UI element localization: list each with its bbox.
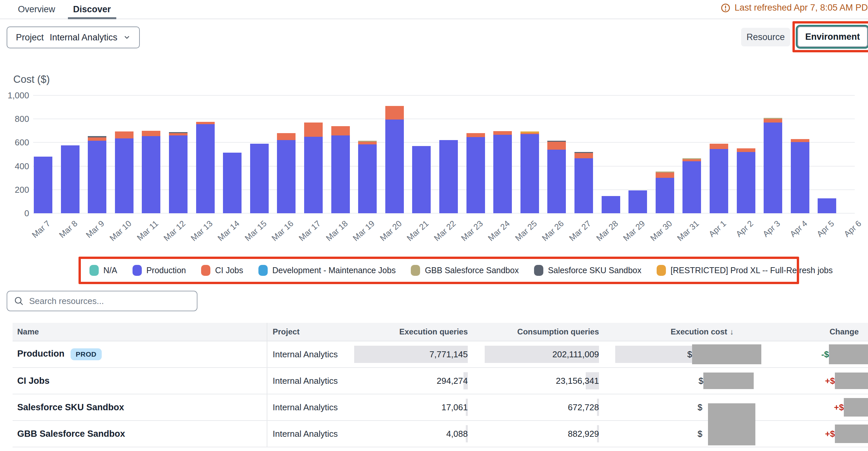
bar-segment	[169, 135, 187, 213]
bar-segment	[737, 152, 755, 213]
bar-segment	[169, 133, 187, 135]
change-prefix: -$	[821, 349, 829, 360]
column-header-change-label: Change	[830, 327, 859, 336]
consumption-queries-value: 882,929	[568, 429, 599, 439]
bar-segment	[88, 141, 106, 213]
bar-segment	[88, 137, 106, 141]
tab-overview[interactable]: Overview	[12, 0, 61, 19]
x-axis-tick-label: Mar 13	[189, 219, 214, 243]
cost-dashboard: Overview Discover Last refreshed Apr 7, …	[0, 0, 868, 451]
column-header-project[interactable]: Project	[267, 323, 353, 341]
legend-item[interactable]: [RESTRICTED] Prod XL -- Full-Refresh job…	[657, 265, 833, 276]
table-row[interactable]: CI JobsInternal Analytics294,27423,156,3…	[12, 368, 868, 394]
cell-consumption-queries: 23,156,341	[468, 368, 599, 394]
legend-item-label: CI Jobs	[215, 265, 243, 275]
bar-segment	[385, 120, 404, 213]
execution-queries-value: 17,061	[441, 402, 468, 413]
column-header-execution-queries[interactable]: Execution queries	[353, 323, 468, 341]
x-axis-tick-label: Mar 26	[540, 219, 565, 243]
legend-item[interactable]: Production	[132, 265, 186, 276]
bar-segment	[466, 133, 485, 137]
column-header-change[interactable]: Change	[762, 323, 868, 341]
legend-item[interactable]: Development - Maintenance Jobs	[258, 265, 396, 276]
bar-segment	[277, 133, 296, 140]
bar-segment	[61, 146, 80, 213]
bar-segment	[764, 123, 782, 213]
x-axis-tick-label: Mar 23	[459, 219, 485, 243]
chart-legend: N/AProductionCI JobsDevelopment - Mainte…	[81, 259, 797, 282]
legend-item[interactable]: N/A	[89, 265, 117, 276]
legend-swatch	[201, 265, 210, 276]
x-axis-tick-label: Apr 2	[734, 219, 755, 239]
resource-button-label: Resource	[746, 32, 785, 42]
x-axis-tick-label: Mar 19	[351, 219, 376, 243]
legend-item[interactable]: GBB Salesforce Sandbox	[411, 265, 519, 276]
bar-segment	[358, 142, 377, 144]
column-header-name-label: Name	[17, 327, 39, 336]
x-axis-tick-label: Mar 14	[216, 219, 241, 243]
group-by-resource-button[interactable]: Resource	[741, 28, 790, 46]
cost-currency-symbol: $	[698, 429, 702, 439]
legend-item[interactable]: CI Jobs	[201, 265, 243, 276]
legend-item-label: GBB Salesforce Sandbox	[425, 265, 519, 275]
x-axis-tick-label: Apr 3	[761, 219, 782, 239]
bar-segment	[169, 132, 187, 133]
cell-consumption-queries: 672,728	[468, 394, 599, 420]
table-row[interactable]: ProductionPRODInternal Analytics7,771,14…	[12, 342, 868, 368]
tab-overview-label: Overview	[18, 4, 55, 14]
cell-change: +$	[762, 368, 868, 394]
bar-segment	[466, 137, 485, 213]
resource-name: CI Jobs	[17, 376, 50, 386]
group-by-environment-button[interactable]: Environment	[798, 27, 868, 47]
search-input[interactable]	[29, 296, 190, 306]
bar-segment	[628, 190, 647, 213]
bar-segment	[358, 141, 377, 142]
last-refreshed-status: Last refreshed Apr 7, 8:05 AM PDT	[720, 3, 868, 13]
bar-segment	[115, 138, 133, 213]
column-header-execution-cost[interactable]: Execution cost ↓	[599, 323, 762, 341]
project-filter-label: Project	[16, 32, 44, 43]
tab-discover[interactable]: Discover	[68, 0, 116, 19]
x-axis-tick-label: Mar 10	[108, 219, 133, 243]
x-axis-tick-label: Apr 5	[815, 219, 836, 239]
x-axis-tick-label: Mar 17	[297, 219, 322, 243]
cell-execution-queries: 17,061	[353, 394, 468, 420]
x-axis-tick-label: Mar 28	[594, 219, 620, 243]
legend-swatch	[534, 265, 543, 276]
bar-segment	[142, 136, 160, 213]
project-filter-dropdown[interactable]: Project Internal Analytics	[7, 27, 140, 49]
project-filter-value: Internal Analytics	[50, 32, 117, 43]
resource-search-box[interactable]	[7, 291, 197, 311]
last-refreshed-text: Last refreshed Apr 7, 8:05 AM PDT	[735, 3, 868, 13]
bar-segment	[656, 178, 674, 213]
bar-segment	[710, 144, 728, 149]
bar-segment	[250, 144, 269, 213]
redacted-cost-block	[703, 373, 754, 389]
x-axis-tick-label: Mar 12	[162, 219, 187, 243]
legend-item[interactable]: Salesforce SKU Sandbox	[534, 265, 641, 276]
x-axis-tick-label: Mar 11	[135, 219, 160, 243]
bar-segment	[737, 148, 755, 152]
cell-project: Internal Analytics	[267, 394, 353, 420]
legend-item-label: N/A	[103, 265, 117, 275]
legend-swatch	[657, 265, 666, 276]
consumption-queries-value: 672,728	[568, 402, 599, 413]
change-prefix: +$	[825, 429, 835, 439]
bar-segment	[88, 136, 106, 137]
x-axis-tick-label: Mar 7	[30, 219, 52, 240]
bar-segment	[34, 157, 52, 213]
bar-segment	[521, 133, 539, 134]
x-axis-tick-label: Mar 29	[621, 219, 647, 243]
bar-segment	[818, 198, 836, 213]
column-header-name[interactable]: Name	[12, 327, 267, 336]
sort-desc-icon[interactable]: ↓	[730, 327, 734, 336]
prod-badge: PROD	[70, 348, 102, 360]
bar-segment	[764, 119, 782, 123]
x-axis-tick-label: Mar 20	[378, 219, 404, 243]
cell-consumption-queries: 202,111,009	[468, 342, 599, 367]
change-prefix: +$	[825, 376, 835, 386]
bar-segment	[493, 135, 512, 213]
column-header-consumption-queries[interactable]: Consumption queries	[468, 323, 599, 341]
bar-segment	[385, 106, 404, 120]
x-axis-tick-label: Mar 30	[648, 219, 674, 243]
